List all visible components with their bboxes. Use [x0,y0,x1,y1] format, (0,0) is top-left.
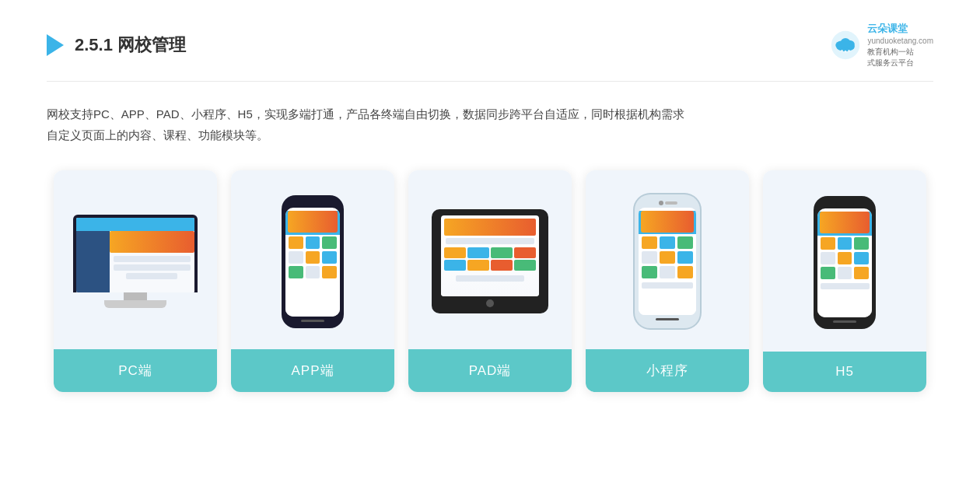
h5-home-bar [833,320,856,323]
pc-neck [124,292,147,300]
app-banner [288,211,338,233]
miniprogram-card: 小程序 [586,170,749,392]
grid-item-1 [289,236,303,249]
mini-phone-mockup [635,194,700,328]
mini-grid-3 [677,236,693,249]
brand-text: 云朵课堂 yunduoketang.com 教育机构一站 式服务云平台 [867,22,933,68]
h5-grid [817,236,872,281]
svg-point-4 [841,38,851,48]
mini-card-label: 小程序 [586,349,749,392]
grid-item-8 [306,266,320,278]
pad-card: PAD端 [408,170,572,392]
mini-grid-7 [642,266,657,278]
pad-grid-4 [514,247,536,258]
pad-grid-6 [467,260,489,271]
mini-phone-outer [635,194,700,328]
mini-phone-screen [639,208,696,315]
grid-item-6 [322,251,337,264]
svg-point-7 [849,50,851,52]
mini-grid-9 [677,266,693,278]
mini-screen-content [639,211,696,315]
pad-mockup [432,209,548,313]
pc-row-1 [114,256,190,262]
pc-row-3 [126,273,177,279]
grid-item-7 [289,266,303,278]
h5-phone-outer [814,196,876,329]
mini-card-image [586,170,749,349]
pc-screen-content [76,218,194,292]
pc-card: PC端 [54,170,217,392]
header: 2.5.1 网校管理 云朵课堂 yunduoketang.com 教育机构一站 [47,22,933,82]
grid-item-4 [289,251,303,264]
pad-row-2 [456,275,524,282]
pad-home-dot [486,299,494,307]
mini-grid [639,235,696,280]
h5-card-image [763,170,926,352]
app-home-bar [301,320,324,322]
mini-home-bar [656,318,679,320]
h5-grid-3 [854,237,869,250]
mini-grid-6 [677,251,693,264]
speaker-bar [665,201,677,205]
mini-grid-5 [660,251,675,264]
pad-grid-3 [491,247,513,258]
svg-point-6 [845,51,847,53]
app-grid [285,235,340,280]
app-phone-screen [285,208,340,317]
pad-grid-1 [444,247,466,258]
h5-row [821,283,870,289]
h5-card-label: H5 [763,352,926,392]
pc-banner [110,231,194,253]
mini-banner [641,211,694,233]
h5-banner [820,212,870,233]
mini-grid-2 [660,236,675,249]
h5-phone-mockup [814,196,876,329]
pad-banner [444,219,536,236]
pc-card-image [54,170,217,349]
svg-point-5 [842,50,844,52]
pad-card-image [408,170,572,349]
pc-mockup [73,215,198,308]
h5-grid-5 [838,252,852,264]
grid-item-5 [306,251,320,264]
pad-grid-2 [467,247,489,258]
pc-sidebar [76,231,110,292]
h5-phone-screen [817,208,872,317]
page-title: 2.5.1 网校管理 [75,33,186,57]
app-phone-mockup [282,195,344,328]
description-text: 网校支持PC、APP、PAD、小程序、H5，实现多端打通，产品各终端自由切换，数… [47,103,684,145]
pad-grid-8 [514,260,536,271]
brand-logo: 云朵课堂 yunduoketang.com 教育机构一站 式服务云平台 [830,22,933,68]
pad-row-1 [446,238,534,244]
mini-top-bar [639,201,696,205]
logo-triangle-icon [47,34,64,56]
h5-phone-notch [835,202,854,206]
cards-container: PC端 [47,170,933,392]
grid-item-9 [322,266,337,278]
pad-grid-5 [444,260,466,271]
h5-grid-9 [854,267,869,279]
pc-main [110,231,194,292]
h5-grid-8 [838,267,852,279]
h5-grid-4 [821,252,835,264]
mini-grid-1 [642,236,657,249]
pad-grid-7 [491,260,513,271]
pad-screen [441,215,539,296]
grid-item-2 [306,236,320,249]
app-card-image [231,170,394,349]
header-left: 2.5.1 网校管理 [47,33,186,57]
h5-grid-1 [821,237,835,250]
grid-item-3 [322,236,337,249]
h5-grid-7 [821,267,835,279]
pc-card-label: PC端 [54,349,217,392]
app-phone-notch [303,201,322,205]
mini-row [642,282,694,289]
brand-cloud-icon [830,30,861,61]
app-card-label: APP端 [231,349,394,392]
app-screen-content [285,211,340,317]
h5-grid-6 [854,252,869,264]
mini-grid-4 [642,251,657,264]
pad-screen-content [441,219,539,296]
pc-screen-outer [73,215,198,292]
pc-stand [104,300,166,308]
